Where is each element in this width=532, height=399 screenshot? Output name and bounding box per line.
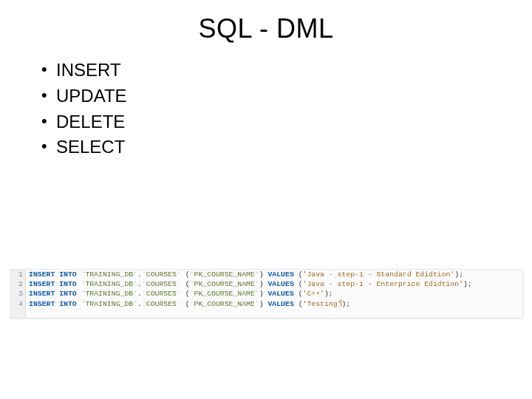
- code-table: 1 INSERT INTO `TRAINING_DB`.`COURSES` (`…: [11, 270, 522, 318]
- line-number: 3: [11, 289, 26, 299]
- bullet-list: INSERT UPDATE DELETE SELECT: [41, 58, 532, 160]
- column-identifier: `PK_COURSE_NAME`: [190, 290, 259, 298]
- keyword-values: VALUES: [267, 290, 293, 298]
- terminator: );: [463, 280, 472, 288]
- line-number: 2: [11, 279, 26, 289]
- table-identifier: `COURSES`: [142, 280, 181, 288]
- paren-close: ): [259, 280, 264, 288]
- keyword-values: VALUES: [267, 300, 293, 308]
- bullet-item-insert: INSERT: [41, 58, 532, 83]
- bullet-item-update: UPDATE: [41, 83, 532, 109]
- keyword-insert: INSERT: [29, 270, 55, 279]
- db-identifier: `TRAINING_DB`: [81, 280, 137, 288]
- db-identifier: `TRAINING_DB`: [81, 270, 137, 279]
- code-blank-line: [11, 309, 522, 318]
- string-literal: 'Testing': [303, 300, 342, 308]
- terminator: );: [454, 270, 463, 279]
- code-text: INSERT INTO `TRAINING_DB`.`COURSES` (`PK…: [26, 279, 523, 289]
- keyword-insert: INSERT: [29, 290, 55, 298]
- column-identifier: `PK_COURSE_NAME`: [190, 300, 259, 308]
- keyword-insert: INSERT: [29, 300, 55, 308]
- code-text: INSERT INTO `TRAINING_DB`.`COURSES` (`PK…: [26, 289, 523, 299]
- paren-close: ): [259, 300, 264, 308]
- table-identifier: `COURSES`: [142, 290, 181, 298]
- paren-close: ): [259, 270, 264, 279]
- page-title: SQL - DML: [0, 13, 532, 44]
- code-text: INSERT INTO `TRAINING_DB`.`COURSES` (`PK…: [26, 299, 523, 309]
- terminator: );: [341, 300, 350, 308]
- keyword-values: VALUES: [267, 270, 293, 279]
- keyword-into: INTO: [59, 290, 77, 298]
- line-number: 1: [11, 270, 26, 279]
- keyword-into: INTO: [59, 280, 77, 288]
- string-literal: 'Java - step-1 - Standard Edidtion': [303, 270, 455, 279]
- db-identifier: `TRAINING_DB`: [81, 300, 137, 308]
- code-line: 3 INSERT INTO `TRAINING_DB`.`COURSES` (`…: [11, 289, 522, 299]
- line-number: 4: [11, 299, 26, 309]
- db-identifier: `TRAINING_DB`: [81, 290, 137, 298]
- table-identifier: `COURSES`: [142, 270, 181, 279]
- line-number: [11, 309, 26, 318]
- string-literal: 'C++': [303, 290, 324, 298]
- code-text: [26, 309, 523, 318]
- paren-close: ): [259, 290, 264, 298]
- keyword-values: VALUES: [267, 280, 293, 288]
- keyword-into: INTO: [59, 270, 77, 279]
- column-identifier: `PK_COURSE_NAME`: [190, 280, 259, 288]
- code-line: 1 INSERT INTO `TRAINING_DB`.`COURSES` (`…: [11, 270, 522, 279]
- terminator: );: [324, 290, 333, 298]
- code-text: INSERT INTO `TRAINING_DB`.`COURSES` (`PK…: [26, 270, 523, 279]
- column-identifier: `PK_COURSE_NAME`: [190, 270, 259, 279]
- bullet-item-delete: DELETE: [41, 109, 532, 135]
- sql-editor: 1 INSERT INTO `TRAINING_DB`.`COURSES` (`…: [10, 269, 523, 318]
- keyword-insert: INSERT: [29, 280, 55, 288]
- string-literal: 'Java - step-1 - Enterprice Edidtion': [303, 280, 464, 288]
- keyword-into: INTO: [59, 300, 77, 308]
- bullet-item-select: SELECT: [41, 134, 532, 160]
- slide: SQL - DML INSERT UPDATE DELETE SELECT 1 …: [0, 13, 532, 399]
- code-line: 2 INSERT INTO `TRAINING_DB`.`COURSES` (`…: [11, 279, 522, 289]
- code-line: 4 INSERT INTO `TRAINING_DB`.`COURSES` (`…: [11, 299, 522, 309]
- table-identifier: `COURSES`: [142, 300, 181, 308]
